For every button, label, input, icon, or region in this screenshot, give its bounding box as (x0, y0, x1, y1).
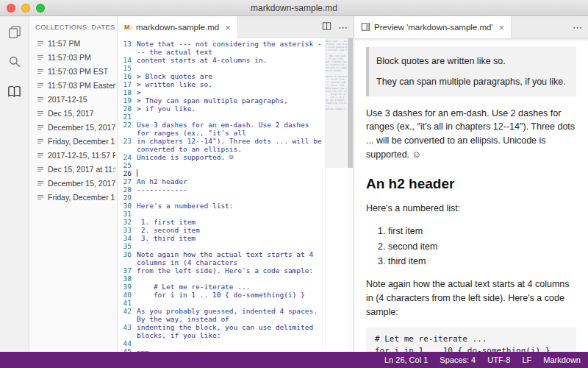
line-text: 2. second item (137, 226, 325, 234)
line-text: > if you like. (137, 105, 325, 113)
line-text (137, 299, 325, 307)
more-actions-icon[interactable]: ⋯ (338, 23, 348, 32)
editor-line: 21 (118, 113, 325, 121)
line-number: 20 (118, 105, 137, 113)
tab-label: Preview 'markdown-sample.md' (374, 23, 493, 32)
sidebar-item-label: Dec 15, 2017 at 11:57... (48, 165, 115, 174)
documents-icon[interactable] (6, 24, 24, 41)
line-number: 40 (118, 291, 137, 299)
editor-line: 27An h2 header (118, 177, 325, 185)
line-number: 36 (118, 250, 137, 266)
line-number: 41 (118, 299, 137, 307)
blockquote-paragraph: Block quotes are written like so. (376, 54, 569, 68)
more-actions-icon[interactable]: ⋯ (573, 23, 582, 32)
line-text: 3. third item (137, 234, 325, 242)
sidebar-item-label: 11:57:03 PM EST (48, 67, 108, 76)
line-number: 19 (118, 96, 137, 105)
line-number: 22 (118, 121, 137, 137)
line-text (137, 169, 325, 177)
editor-line: 24Unicode is supported. ☺ (118, 153, 325, 161)
sidebar-item[interactable]: Dec 15, 2017 (29, 106, 117, 120)
sidebar-item[interactable]: 2017-12-15, 11:57 PM (29, 148, 117, 162)
line-number: 37 (118, 266, 137, 275)
search-icon[interactable] (6, 53, 24, 71)
sidebar-item[interactable]: December 15, 2017 (29, 120, 117, 134)
editor-line: 22Use 3 dashes for an em-dash. Use 2 das… (118, 121, 325, 137)
editor-code-area[interactable]: 13Note that --- not considering the aste… (118, 38, 325, 352)
line-text: As you probably guessed, indented 4 spac… (137, 307, 325, 323)
editor-line: 34 3. third item (118, 234, 325, 242)
editor-line: 26 (118, 169, 325, 177)
line-number: 42 (118, 307, 137, 323)
blockquote: Block quotes are written like so. They c… (366, 47, 576, 96)
preview-paragraph: Use 3 dashes for an em-dash. Use 2 dashe… (366, 107, 576, 162)
h2-header: An h2 header (366, 174, 576, 195)
editor-line: 44 (118, 339, 325, 347)
status-item[interactable]: Ln 26, Col 1 (384, 355, 428, 364)
book-icon[interactable] (6, 82, 24, 100)
editor-line: 18> (118, 88, 325, 96)
editor-line: 30Here's a numbered list: (118, 202, 325, 210)
status-item[interactable]: UTF-8 (487, 355, 510, 364)
traffic-lights (0, 4, 45, 13)
markdown-file-icon: M↓ (124, 24, 132, 31)
sidebar-item[interactable]: 11:57:03 PM (29, 50, 117, 64)
editor-line: 28------------ (118, 185, 325, 194)
status-item[interactable]: Spaces: 4 (440, 355, 476, 364)
maximize-window-button[interactable] (36, 4, 45, 13)
tab-markdown-sample[interactable]: M↓ markdown-sample.md × (118, 16, 238, 38)
line-text (137, 161, 325, 169)
editor-line: 17> written like so. (118, 80, 325, 88)
line-number: 23 (118, 137, 137, 153)
editor-line: 16> Block quotes are (118, 72, 325, 80)
line-number: 44 (118, 339, 137, 347)
window-title: markdown-sample.md (0, 3, 588, 13)
sidebar-item[interactable]: December 15, 2017 at ... (29, 176, 117, 190)
editor-scrollbar[interactable] (347, 38, 354, 352)
minimize-window-button[interactable] (21, 4, 30, 13)
sidebar-item[interactable]: 11:57:03 PM EST (29, 64, 117, 78)
activity-bar (0, 16, 29, 352)
tab-preview[interactable]: Preview 'markdown-sample.md' × (354, 16, 512, 38)
titlebar: markdown-sample.md (0, 0, 588, 16)
editor-line: 25 (118, 161, 325, 169)
editor-line: 42As you probably guessed, indented 4 sp… (118, 307, 325, 323)
split-editor-icon[interactable] (322, 21, 331, 34)
main-area: COLLECTIONS: DATES AND TI... 11:57 PM11:… (0, 16, 588, 352)
status-item[interactable]: LF (522, 355, 531, 364)
sidebar-item[interactable]: 11:57:03 PM Eastern S... (29, 78, 117, 92)
sidebar-item[interactable]: Dec 15, 2017 at 11:57... (29, 162, 117, 176)
line-text: Note again how the actual text starts at… (137, 250, 325, 266)
editor-line: 33 2. second item (118, 226, 325, 234)
line-text (137, 194, 325, 202)
list-icon (37, 82, 44, 89)
sidebar-item[interactable]: Friday, December 15, 2... (29, 134, 117, 148)
sidebar-item[interactable]: 2017-12-15 (29, 92, 117, 106)
line-number: 35 (118, 242, 137, 250)
line-number: 31 (118, 210, 137, 218)
list-icon (37, 124, 44, 131)
sidebar-item[interactable]: 11:57 PM (29, 36, 117, 50)
minimap[interactable]: Note that --- not considering the asteri… (325, 38, 347, 352)
list-icon (37, 96, 44, 103)
close-tab-icon[interactable]: × (499, 23, 505, 32)
sidebar-item[interactable]: Friday, December 15, ... (29, 190, 117, 204)
line-number: 15 (118, 64, 137, 72)
sidebar-header[interactable]: COLLECTIONS: DATES AND TI... (29, 16, 117, 36)
status-item[interactable]: Markdown (543, 355, 581, 364)
line-text: Use 3 dashes for an em-dash. Use 2 dashe… (137, 121, 325, 137)
editor-line: 37from the left side). Here's a code sam… (118, 266, 325, 275)
minimap-slider[interactable] (326, 38, 347, 168)
editor-line: 41 (118, 299, 325, 307)
close-window-button[interactable] (7, 4, 15, 13)
blockquote-paragraph: They can span multiple paragraphs, if yo… (376, 75, 569, 89)
line-number: 38 (118, 275, 137, 283)
sidebar-list: 11:57 PM11:57:03 PM11:57:03 PM EST11:57:… (29, 36, 117, 204)
editor-scrollbar-thumb[interactable] (348, 38, 353, 168)
sidebar-item-label: 2017-12-15 (48, 95, 87, 104)
line-number: 24 (118, 153, 137, 161)
editor-line: 38 (118, 275, 325, 283)
close-tab-icon[interactable]: × (225, 23, 231, 32)
preview-paragraph: Note again how the actual text starts at… (366, 277, 576, 319)
line-text: for i in 1 .. 10 { do-something(i) } (137, 291, 325, 299)
